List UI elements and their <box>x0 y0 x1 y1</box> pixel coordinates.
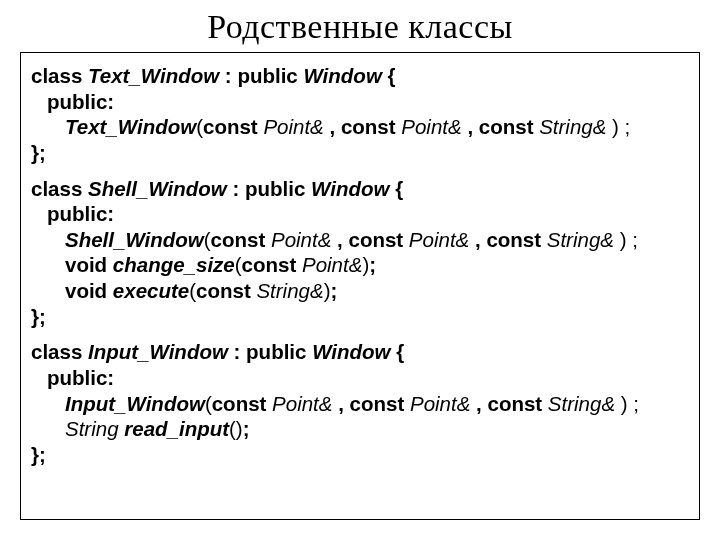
code-token: const <box>196 279 256 302</box>
class-name: Shell_Window <box>88 177 227 200</box>
class-name: Text_Window <box>88 64 219 87</box>
class-decl: class Shell_Window : public Window { <box>31 176 689 202</box>
code-token: ( <box>204 228 211 251</box>
code-token: () <box>229 417 243 440</box>
base-name: Window <box>311 177 389 200</box>
ctor-line: Shell_Window(const Point& , const Point&… <box>31 227 689 253</box>
class-block-text-window: class Text_Window : public Window { publ… <box>31 63 689 166</box>
method-line: void change_size(const Point&); <box>31 252 689 278</box>
page-title: Родственные классы <box>20 8 700 46</box>
code-token: Text_Window <box>65 115 196 138</box>
code-token: , <box>329 115 340 138</box>
open-brace: { <box>382 64 396 87</box>
code-token: ( <box>189 279 196 302</box>
class-block-input-window: class Input_Window : public Window { pub… <box>31 339 689 467</box>
code-token: Point& <box>302 253 362 276</box>
class-block-shell-window: class Shell_Window : public Window { pub… <box>31 176 689 330</box>
code-token: const <box>487 392 547 415</box>
code-token: , <box>475 228 486 251</box>
code-token: ; <box>330 279 337 302</box>
code-token: ; <box>369 253 376 276</box>
keyword-class: class <box>31 64 88 87</box>
code-token: Point& <box>409 228 475 251</box>
base-name: Window <box>303 64 381 87</box>
code-box: class Text_Window : public Window { publ… <box>20 52 700 520</box>
code-token: String& <box>539 115 612 138</box>
base-name: Window <box>312 340 390 363</box>
class-decl: class Input_Window : public Window { <box>31 339 689 365</box>
code-token: const <box>350 392 410 415</box>
close-brace: }; <box>31 140 689 166</box>
colon-public: : public <box>219 64 303 87</box>
code-token: const <box>242 253 302 276</box>
code-token: ( <box>205 392 212 415</box>
code-token: ( <box>235 253 242 276</box>
code-token: , <box>338 392 349 415</box>
code-token: const <box>203 115 263 138</box>
code-token: , <box>337 228 348 251</box>
public-label: public: <box>31 89 689 115</box>
ctor-line: Input_Window(const Point& , const Point&… <box>31 391 689 417</box>
method-line: String read_input(); <box>31 416 689 442</box>
ctor-line: Text_Window(const Point& , const Point& … <box>31 114 689 140</box>
code-token: read_input <box>124 417 229 440</box>
code-token: ( <box>196 115 203 138</box>
code-token: const <box>479 115 539 138</box>
close-brace: }; <box>31 304 689 330</box>
colon-public: : public <box>228 340 312 363</box>
code-token: Point& <box>272 392 338 415</box>
code-token: Point& <box>410 392 476 415</box>
code-token: String <box>65 417 124 440</box>
public-label: public: <box>31 365 689 391</box>
code-token: , <box>476 392 487 415</box>
open-brace: { <box>391 340 405 363</box>
code-token: Shell_Window <box>65 228 204 251</box>
code-token: Input_Window <box>65 392 205 415</box>
code-token: String& <box>547 228 620 251</box>
open-brace: { <box>389 177 403 200</box>
code-token: String& <box>548 392 621 415</box>
code-token: const <box>211 228 271 251</box>
code-token: ; <box>243 417 250 440</box>
code-token: const <box>212 392 272 415</box>
public-label: public: <box>31 201 689 227</box>
class-name: Input_Window <box>88 340 228 363</box>
keyword-class: class <box>31 340 88 363</box>
code-token: const <box>341 115 401 138</box>
keyword-class: class <box>31 177 88 200</box>
code-token: ) ; <box>620 228 638 251</box>
code-token: void <box>65 279 113 302</box>
code-token: Point& <box>271 228 337 251</box>
method-line: void execute(const String&); <box>31 278 689 304</box>
code-token: , <box>467 115 478 138</box>
slide: Родственные классы class Text_Window : p… <box>0 0 720 540</box>
code-token: const <box>348 228 408 251</box>
close-brace: }; <box>31 442 689 468</box>
code-token: Point& <box>401 115 467 138</box>
code-token: void <box>65 253 113 276</box>
code-token: Point& <box>263 115 329 138</box>
colon-public: : public <box>227 177 311 200</box>
code-token: change_size <box>113 253 235 276</box>
code-token: String& <box>256 279 323 302</box>
code-token: const <box>486 228 546 251</box>
class-decl: class Text_Window : public Window { <box>31 63 689 89</box>
code-token: ) ; <box>612 115 630 138</box>
code-token: ) ; <box>621 392 639 415</box>
code-token: execute <box>113 279 189 302</box>
